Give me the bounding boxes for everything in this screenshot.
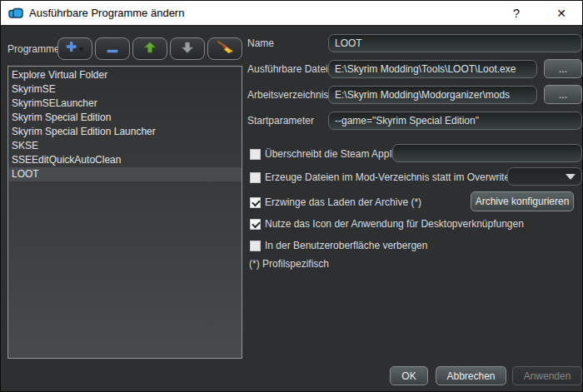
- cancel-button[interactable]: Abbrechen: [436, 366, 506, 385]
- force-archives-checkbox[interactable]: [250, 197, 261, 208]
- params-input[interactable]: [328, 112, 582, 130]
- programs-label: Programme: [7, 43, 60, 55]
- list-item[interactable]: Explore Virtual Folder: [8, 68, 242, 82]
- hide-in-ui-label: In der Benutzeroberfläche verbergen: [265, 240, 427, 251]
- list-item[interactable]: Skyrim Special Edition Launcher: [8, 125, 242, 139]
- use-app-icon-label: Nutze das Icon der Anwendung für Desktop…: [265, 218, 524, 230]
- create-in-mod-checkbox[interactable]: [250, 172, 261, 183]
- name-label: Name: [247, 34, 274, 52]
- create-in-mod-label: Erzeuge Dateien im Mod-Verzeichnis statt…: [265, 171, 523, 183]
- add-executable-button[interactable]: [57, 37, 92, 60]
- binary-input[interactable]: [328, 60, 537, 78]
- steam-appid-input[interactable]: [392, 144, 582, 162]
- browse-binary-button[interactable]: ...: [544, 59, 582, 78]
- browse-workdir-button[interactable]: ...: [544, 85, 582, 104]
- remove-executable-button[interactable]: [95, 37, 130, 60]
- move-down-button[interactable]: [170, 37, 205, 60]
- dialog-title: Ausführbare Programme ändern: [29, 7, 184, 19]
- workdir-label: Arbeitsverzeichnis: [247, 86, 328, 104]
- close-icon[interactable]: ✕: [542, 1, 581, 25]
- plus-dropdown-icon: [66, 41, 85, 57]
- use-app-icon-checkbox[interactable]: [250, 219, 261, 230]
- list-item[interactable]: Skyrim Special Edition: [8, 111, 242, 125]
- arrow-down-icon: [182, 42, 193, 57]
- profile-footnote: (*) Profilspezifisch: [249, 258, 329, 270]
- list-item[interactable]: SkyrimSELauncher: [8, 97, 242, 111]
- force-archives-label: Erzwinge das Laden der Archive (*): [265, 196, 421, 208]
- broom-icon: [217, 40, 234, 57]
- help-button[interactable]: ?: [499, 1, 534, 25]
- list-item[interactable]: SKSE: [8, 139, 242, 153]
- minus-icon: [107, 42, 118, 57]
- apply-button: Anwenden: [512, 366, 582, 385]
- steam-appid-checkbox[interactable]: [250, 149, 261, 160]
- mod-directory-dropdown[interactable]: [507, 167, 582, 186]
- mo2-logo-icon: [8, 7, 23, 19]
- list-item-selected[interactable]: LOOT: [8, 167, 242, 181]
- hide-in-ui-checkbox[interactable]: [250, 241, 261, 251]
- steam-appid-label: Überschreibt die Steam AppID: [265, 148, 399, 160]
- arrow-up-icon: [144, 42, 156, 57]
- list-item[interactable]: SSEEditQuickAutoClean: [8, 153, 242, 167]
- ok-button[interactable]: OK: [390, 366, 428, 385]
- binary-label: Ausführbare Datei: [247, 60, 328, 78]
- modify-executables-dialog: Ausführbare Programme ändern ? ✕ Program…: [0, 0, 583, 392]
- titlebar[interactable]: Ausführbare Programme ändern ? ✕: [1, 1, 582, 26]
- list-item[interactable]: SkyrimSE: [8, 82, 242, 97]
- configure-archives-button[interactable]: Archive konfigurieren: [471, 191, 574, 211]
- workdir-input[interactable]: [328, 86, 537, 104]
- params-label: Startparameter: [247, 112, 314, 130]
- name-input[interactable]: [328, 34, 582, 52]
- reset-button[interactable]: [207, 37, 242, 60]
- move-up-button[interactable]: [132, 37, 167, 60]
- executables-list[interactable]: Explore Virtual Folder SkyrimSE SkyrimSE…: [7, 66, 242, 359]
